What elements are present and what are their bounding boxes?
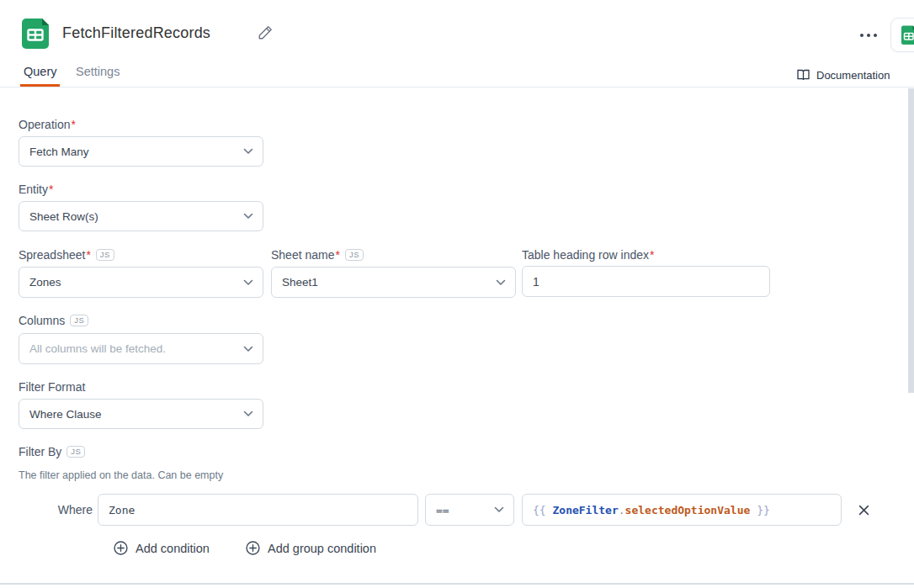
filter-by-help-text: The filter applied on the data. Can be e… [19, 469, 223, 481]
code-close-braces: }} [757, 504, 770, 516]
code-object-token: ZoneFilter [552, 504, 618, 516]
add-condition-label: Add condition [136, 542, 210, 555]
tabbar-divider [0, 87, 914, 87]
chevron-down-icon [243, 346, 253, 352]
spreadsheet-select[interactable]: Zones [19, 267, 263, 298]
more-menu-icon[interactable] [857, 30, 880, 40]
add-group-condition-label: Add group condition [268, 542, 376, 555]
sheet-name-label: Sheet name*JS [271, 248, 364, 262]
js-badge[interactable]: JS [345, 249, 364, 261]
spreadsheet-select-value: Zones [29, 276, 61, 289]
plus-circle-icon [114, 541, 128, 555]
tab-settings[interactable]: Settings [76, 65, 120, 78]
where-row-label: Where [34, 503, 93, 516]
chevron-down-icon [496, 279, 506, 286]
datasource-button[interactable] [890, 18, 914, 52]
tab-query[interactable]: Query [24, 65, 57, 78]
filter-format-select-value: Where Clause [29, 408, 102, 421]
chevron-down-icon [243, 411, 253, 417]
code-dot-token: . [619, 504, 625, 516]
entity-select-value: Sheet Row(s) [29, 210, 98, 223]
where-operator-value: == [436, 504, 449, 516]
add-condition-button[interactable]: Add condition [114, 541, 210, 555]
add-group-condition-button[interactable]: Add group condition [246, 541, 376, 555]
code-property-token: selectedOptionValue [625, 504, 751, 516]
sheet-name-select-value: Sheet1 [282, 276, 318, 289]
remove-condition-button[interactable] [853, 500, 874, 520]
entity-label: Entity* [19, 183, 53, 196]
query-title: FetchFilteredRecords [62, 24, 210, 42]
sheet-name-select[interactable]: Sheet1 [271, 267, 516, 298]
columns-select-placeholder: All columns will be fetched. [29, 342, 166, 355]
vertical-scrollbar[interactable] [908, 88, 914, 393]
table-heading-row-index-input[interactable] [522, 266, 770, 297]
chevron-down-icon [494, 506, 504, 513]
where-value-code-input[interactable]: {{ ZoneFilter.selectedOptionValue }} [522, 494, 842, 526]
js-badge[interactable]: JS [96, 249, 114, 261]
documentation-label: Documentation [816, 69, 890, 82]
required-marker: * [336, 248, 340, 262]
bottom-divider [0, 583, 914, 585]
required-marker: * [650, 248, 654, 262]
edit-pencil-icon[interactable] [258, 25, 273, 40]
filter-by-label: Filter ByJS [19, 445, 85, 458]
operation-select[interactable]: Fetch Many [19, 136, 263, 167]
columns-select[interactable]: All columns will be fetched. [19, 333, 263, 364]
js-badge[interactable]: JS [70, 315, 88, 326]
where-operator-select[interactable]: == [425, 494, 514, 526]
documentation-link[interactable]: Documentation [796, 68, 890, 82]
spreadsheet-label: Spreadsheet*JS [19, 248, 114, 262]
where-key-input[interactable] [98, 494, 418, 526]
operation-select-value: Fetch Many [29, 146, 89, 158]
book-icon [796, 68, 810, 82]
chevron-down-icon [243, 213, 253, 220]
chevron-down-icon [243, 279, 253, 286]
google-sheets-icon [19, 17, 52, 50]
chevron-down-icon [243, 148, 253, 155]
filter-format-label: Filter Format [19, 380, 85, 394]
required-marker: * [86, 248, 90, 262]
columns-label: ColumnsJS [19, 314, 88, 327]
filter-format-select[interactable]: Where Clause [19, 399, 263, 429]
close-icon [858, 505, 869, 516]
code-open-braces: {{ [533, 504, 546, 516]
js-badge[interactable]: JS [66, 446, 85, 458]
required-marker: * [71, 118, 75, 131]
required-marker: * [49, 183, 53, 196]
entity-select[interactable]: Sheet Row(s) [19, 201, 263, 231]
table-heading-row-index-label: Table heading row index* [522, 248, 654, 262]
google-sheets-small-icon [900, 25, 914, 45]
plus-circle-icon [246, 541, 260, 555]
operation-label: Operation* [19, 118, 76, 131]
